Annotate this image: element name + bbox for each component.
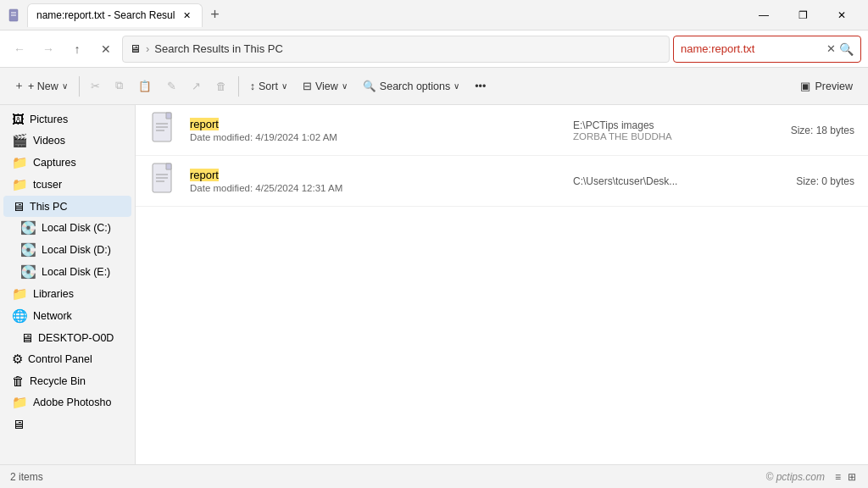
file-content: report Date modified: 4/19/2024 1:02 AM … xyxy=(136,105,868,464)
sidebar-item-videos[interactable]: 🎬 Videos xyxy=(3,130,131,152)
path-text: Search Results in This PC xyxy=(154,42,662,55)
localdiskie-icon: 💽 xyxy=(20,264,36,280)
videos-icon: 🎬 xyxy=(12,133,28,148)
search-input[interactable] xyxy=(681,42,823,55)
sidebar-item-label: Network xyxy=(33,310,72,322)
sort-icon: ↕ xyxy=(250,80,255,92)
delete-button[interactable]: 🗑 xyxy=(209,76,234,97)
tab-close-button[interactable]: ✕ xyxy=(180,8,193,22)
view-button[interactable]: ⊟ View ∨ xyxy=(296,75,354,97)
libraries-icon: 📁 xyxy=(12,286,28,302)
sidebar-item-localdiskd[interactable]: 💽 Local Disk (D:) xyxy=(3,239,131,261)
address-input[interactable]: 🖥 › Search Results in This PC xyxy=(122,36,670,63)
sidebar-item-controlpanel[interactable]: ⚙ Control Panel xyxy=(3,348,131,370)
back-button[interactable]: ← xyxy=(7,36,32,62)
rename-icon: ✎ xyxy=(167,80,176,92)
cut-button[interactable]: ✂ xyxy=(84,75,107,97)
new-tab-button[interactable]: + xyxy=(203,3,226,27)
sidebar-item-label: Adobe Photosho xyxy=(33,396,111,408)
minimize-button[interactable]: — xyxy=(744,0,783,30)
close-button[interactable]: ✕ xyxy=(822,0,861,30)
copyright-text: © pctips.com xyxy=(765,471,825,483)
sidebar-item-libraries[interactable]: 📁 Libraries xyxy=(3,283,131,305)
sidebar-item-label: Libraries xyxy=(33,288,74,300)
desktop-icon: 🖥 xyxy=(20,330,33,345)
sidebar-item-label: Videos xyxy=(33,135,65,147)
thispc-icon: 🖥 xyxy=(12,199,25,214)
search-options-chevron-icon: ∨ xyxy=(453,81,459,91)
localdiskc-icon: 💽 xyxy=(20,220,36,236)
search-submit-button[interactable]: 🔍 xyxy=(839,42,854,56)
adobephotoshop-icon: 📁 xyxy=(12,395,28,410)
table-row[interactable]: report Date modified: 4/25/2024 12:31 AM… xyxy=(136,156,868,207)
search-box[interactable]: ✕ 🔍 xyxy=(673,36,861,63)
sidebar-item-label: Captures xyxy=(33,157,76,169)
close-path-button[interactable]: ✕ xyxy=(93,36,119,62)
active-tab[interactable]: name:report.txt - Search Resul ✕ xyxy=(27,3,203,27)
new-button[interactable]: ＋ + New ∨ xyxy=(7,75,75,97)
sidebar: 🖼 Pictures 🎬 Videos 📁 Captures 📁 tcuser … xyxy=(0,105,136,464)
view-icon: ⊟ xyxy=(303,80,312,92)
file-name-highlight: report xyxy=(190,169,219,181)
copy-button[interactable]: ⧉ xyxy=(108,75,130,97)
toolbar-separator-2 xyxy=(238,76,239,97)
path-separator: › xyxy=(146,42,149,55)
captures-icon: 📁 xyxy=(12,155,28,170)
sidebar-item-label: Local Disk (C:) xyxy=(42,222,111,234)
misc-icon: 🖥 xyxy=(12,417,25,431)
delete-icon: 🗑 xyxy=(216,80,227,92)
search-clear-button[interactable]: ✕ xyxy=(826,42,836,55)
tcuser-icon: 📁 xyxy=(12,177,28,192)
sidebar-item-network[interactable]: 🌐 Network xyxy=(3,305,131,327)
file-icon-2 xyxy=(149,163,180,199)
more-button[interactable]: ••• xyxy=(468,76,492,97)
rename-button[interactable]: ✎ xyxy=(160,75,183,97)
preview-label: Preview xyxy=(815,80,853,92)
toolbar-separator-1 xyxy=(79,76,80,97)
recyclebin-icon: 🗑 xyxy=(12,374,25,388)
cut-icon: ✂ xyxy=(91,80,100,92)
item-count: 2 items xyxy=(10,471,43,483)
sidebar-item-label: Control Panel xyxy=(28,353,92,365)
grid-view-icon[interactable]: ⊞ xyxy=(846,469,858,485)
localdiskd-icon: 💽 xyxy=(20,242,36,258)
sidebar-item-misc[interactable]: 🖥 xyxy=(3,413,131,435)
list-view-icon[interactable]: ≡ xyxy=(833,469,843,485)
view-label: View xyxy=(315,80,338,92)
sidebar-item-label: DESKTOP-O0D xyxy=(38,332,114,344)
sidebar-item-recyclebin[interactable]: 🗑 Recycle Bin xyxy=(3,370,131,391)
window-controls: — ❐ ✕ xyxy=(744,0,861,30)
tab-label: name:report.txt - Search Resul xyxy=(36,9,175,21)
sidebar-item-pictures[interactable]: 🖼 Pictures xyxy=(3,108,131,130)
up-button[interactable]: ↑ xyxy=(64,36,90,62)
paste-button[interactable]: 📋 xyxy=(131,75,159,97)
sidebar-item-label: Pictures xyxy=(30,114,68,125)
sidebar-item-adobephotoshop[interactable]: 📁 Adobe Photosho xyxy=(3,391,131,413)
file-info-2: report Date modified: 4/25/2024 12:31 AM xyxy=(190,169,563,193)
file-name-1: report xyxy=(190,118,563,130)
forward-button[interactable]: → xyxy=(36,36,61,62)
sort-button[interactable]: ↕ Sort ∨ xyxy=(243,76,294,97)
copy-icon: ⧉ xyxy=(115,80,123,92)
new-plus-icon: ＋ xyxy=(14,79,25,93)
file-icon-1 xyxy=(149,112,180,148)
sidebar-item-tcuser[interactable]: 📁 tcuser xyxy=(3,174,131,196)
pictures-icon: 🖼 xyxy=(12,112,25,126)
share-button[interactable]: ↗ xyxy=(185,75,208,97)
search-options-button[interactable]: 🔍 Search options ∨ xyxy=(356,75,466,97)
sidebar-item-thispc[interactable]: 🖥 This PC xyxy=(3,196,131,217)
sidebar-item-captures[interactable]: 📁 Captures xyxy=(3,152,131,174)
table-row[interactable]: report Date modified: 4/19/2024 1:02 AM … xyxy=(136,105,868,156)
sidebar-item-desktop[interactable]: 🖥 DESKTOP-O0D xyxy=(3,327,131,348)
sidebar-item-localdiskie[interactable]: 💽 Local Disk (E:) xyxy=(3,261,131,283)
sidebar-item-label: This PC xyxy=(30,201,67,213)
sidebar-item-localdiskc[interactable]: 💽 Local Disk (C:) xyxy=(3,217,131,239)
preview-icon: ▣ xyxy=(800,80,810,92)
share-icon: ↗ xyxy=(192,80,201,92)
path-monitor-icon: 🖥 xyxy=(130,42,141,55)
sort-label: Sort xyxy=(259,80,278,92)
toolbar: ＋ + New ∨ ✂ ⧉ 📋 ✎ ↗ 🗑 ↕ Sort ∨ ⊟ View ∨ … xyxy=(0,68,868,105)
restore-button[interactable]: ❐ xyxy=(783,0,822,30)
more-icon: ••• xyxy=(475,80,486,92)
preview-button[interactable]: ▣ Preview xyxy=(792,75,861,97)
